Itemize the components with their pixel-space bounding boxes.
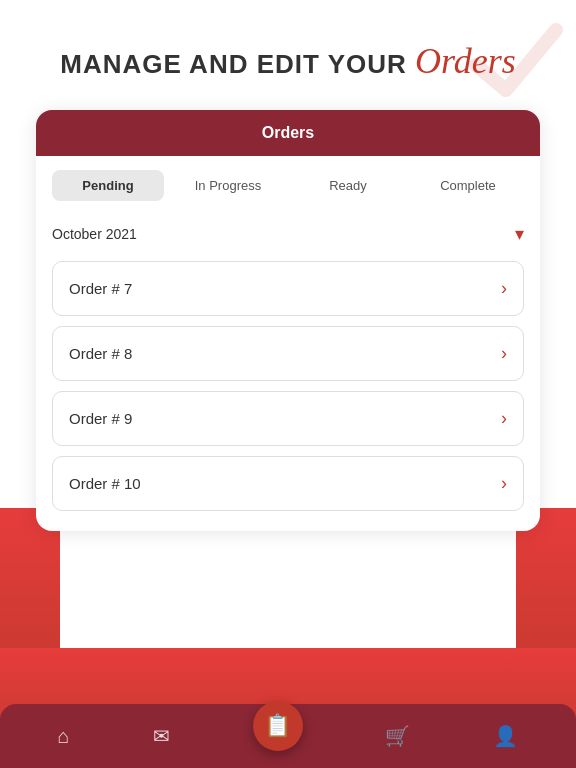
mail-icon: ✉ bbox=[153, 724, 170, 748]
title-cursive: Orders bbox=[415, 41, 516, 81]
chevron-down-icon: ▾ bbox=[515, 223, 524, 245]
order-item-7[interactable]: Order # 7 › bbox=[52, 261, 524, 316]
cart-icon: 🛒 bbox=[385, 724, 410, 748]
month-selector[interactable]: October 2021 ▾ bbox=[36, 215, 540, 261]
nav-item-mail[interactable]: ✉ bbox=[141, 716, 182, 756]
tab-ready[interactable]: Ready bbox=[292, 170, 404, 201]
order-item-10[interactable]: Order # 10 › bbox=[52, 456, 524, 511]
order-label-8: Order # 8 bbox=[69, 345, 132, 362]
order-label-10: Order # 10 bbox=[69, 475, 141, 492]
card-title: Orders bbox=[262, 124, 314, 141]
orders-center-button[interactable]: 📋 bbox=[253, 701, 303, 751]
chevron-right-icon-7: › bbox=[501, 278, 507, 299]
tab-in-progress[interactable]: In Progress bbox=[172, 170, 284, 201]
tab-pending[interactable]: Pending bbox=[52, 170, 164, 201]
bottom-nav: ⌂ ✉ 📋 🛒 👤 bbox=[0, 704, 576, 768]
chevron-right-icon-10: › bbox=[501, 473, 507, 494]
page-header: MANAGE AND EDIT YOUR Orders bbox=[36, 40, 540, 82]
order-item-8[interactable]: Order # 8 › bbox=[52, 326, 524, 381]
nav-item-home[interactable]: ⌂ bbox=[45, 717, 81, 756]
orders-list: Order # 7 › Order # 8 › Order # 9 › Orde… bbox=[36, 261, 540, 531]
nav-item-profile[interactable]: 👤 bbox=[481, 716, 530, 756]
tab-complete[interactable]: Complete bbox=[412, 170, 524, 201]
chevron-right-icon-8: › bbox=[501, 343, 507, 364]
page-title: MANAGE AND EDIT YOUR Orders bbox=[36, 40, 540, 82]
title-prefix: MANAGE AND EDIT YOUR bbox=[60, 49, 406, 79]
order-label-7: Order # 7 bbox=[69, 280, 132, 297]
tabs-container: Pending In Progress Ready Complete bbox=[36, 156, 540, 215]
profile-icon: 👤 bbox=[493, 724, 518, 748]
chevron-right-icon-9: › bbox=[501, 408, 507, 429]
orders-card: Orders Pending In Progress Ready Complet… bbox=[36, 110, 540, 531]
month-label: October 2021 bbox=[52, 226, 137, 242]
card-header: Orders bbox=[36, 110, 540, 156]
home-icon: ⌂ bbox=[57, 725, 69, 748]
nav-item-orders[interactable]: 📋 bbox=[241, 713, 315, 759]
orders-icon: 📋 bbox=[264, 713, 291, 739]
nav-item-cart[interactable]: 🛒 bbox=[373, 716, 422, 756]
order-label-9: Order # 9 bbox=[69, 410, 132, 427]
order-item-9[interactable]: Order # 9 › bbox=[52, 391, 524, 446]
main-content: MANAGE AND EDIT YOUR Orders Orders Pendi… bbox=[0, 0, 576, 551]
